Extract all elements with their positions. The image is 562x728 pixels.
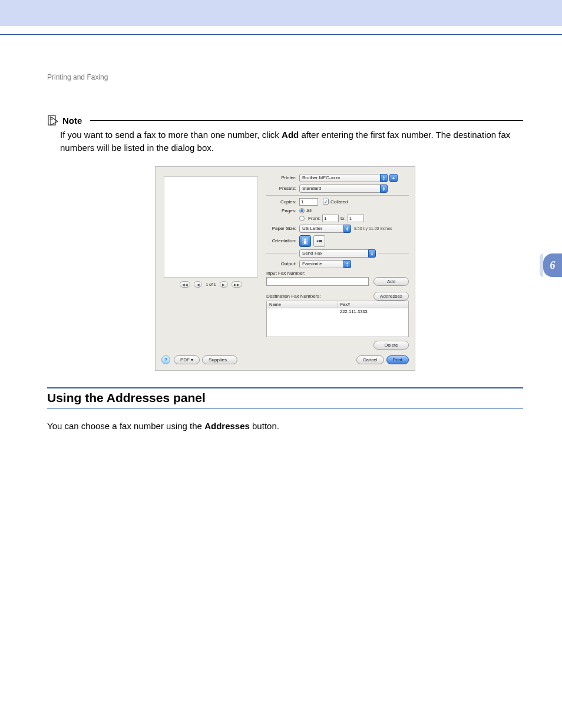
orientation-label: Orientation: — [266, 238, 299, 243]
svg-point-6 — [317, 240, 319, 242]
printer-label: Printer: — [266, 175, 299, 180]
svg-rect-0 — [48, 116, 55, 125]
pages-all-radio[interactable] — [299, 208, 305, 213]
section-heading: Using the Addresses panel — [47, 391, 523, 405]
papersize-select[interactable]: US Letter ▲▼ — [299, 225, 351, 233]
collated-label: Collated — [330, 199, 348, 205]
note-label: Note — [62, 116, 87, 126]
nav-first-button[interactable]: ◀◀ — [180, 281, 190, 288]
section-header: Printing and Faxing — [47, 73, 523, 81]
svg-rect-5 — [304, 241, 306, 244]
svg-point-4 — [305, 238, 306, 240]
top-banner — [0, 0, 562, 26]
panel-select[interactable]: Send Fax ▲▼ — [299, 249, 376, 258]
printer-select[interactable]: Brother MFC-xxxx ▲▼ — [299, 174, 388, 182]
pages-from-radio[interactable] — [299, 216, 305, 221]
input-fax-field[interactable] — [266, 277, 369, 286]
dest-col-fax: Fax# — [338, 301, 409, 308]
table-row: 222-111-3333 — [267, 308, 408, 315]
section-body: You can choose a fax number using the Ad… — [47, 420, 523, 433]
note-icon — [47, 114, 59, 126]
print-dialog: ◀◀ ◀ 1 of 1 ▶ ▶▶ Printer: Brother MFC-xx… — [155, 166, 415, 371]
nav-last-button[interactable]: ▶▶ — [232, 281, 242, 288]
section-rule-bottom — [47, 409, 523, 409]
pages-from-input[interactable]: 1 — [322, 215, 339, 222]
pages-label: Pages: — [266, 208, 299, 213]
note-body: If you want to send a fax to more than o… — [47, 129, 523, 154]
pdf-button[interactable]: PDF ▾ — [174, 355, 200, 364]
nav-prev-button[interactable]: ◀ — [194, 281, 202, 288]
section-rule-top — [47, 387, 523, 388]
pages-to-input[interactable]: 1 — [348, 215, 364, 222]
output-label: Output: — [266, 261, 299, 266]
pages-from-label: From: — [308, 216, 320, 221]
preview-nav: ◀◀ ◀ 1 of 1 ▶ ▶▶ — [180, 281, 242, 288]
dest-row-fax: 222-111-3333 — [338, 308, 408, 315]
papersize-dims: 8.50 by 11.00 inches — [354, 226, 392, 230]
help-button[interactable]: ? — [161, 355, 170, 364]
preview-area — [164, 176, 258, 278]
orientation-landscape-button[interactable] — [313, 235, 325, 247]
preview-counter: 1 of 1 — [206, 282, 216, 286]
printer-status-button[interactable]: ▲ — [389, 174, 398, 182]
note-rule — [90, 120, 523, 121]
pages-all-label: All — [306, 208, 312, 213]
copies-label: Copies: — [266, 199, 299, 205]
pages-to-label: to: — [340, 216, 346, 221]
copies-input[interactable]: 1 — [299, 198, 318, 206]
input-fax-label: Input Fax Number: — [266, 271, 409, 276]
presets-label: Presets: — [266, 186, 299, 191]
supplies-button[interactable]: Supplies... — [202, 355, 237, 364]
note-block: Note If you want to send a fax to more t… — [47, 114, 523, 154]
papersize-label: Paper Size: — [266, 226, 299, 231]
dest-table[interactable]: Name Fax# 222-111-3333 — [266, 301, 409, 337]
print-button[interactable]: Print — [386, 355, 409, 364]
addresses-button[interactable]: Addresses — [373, 292, 409, 301]
dest-col-name: Name — [267, 301, 338, 308]
cancel-button[interactable]: Cancel — [356, 355, 384, 364]
collated-checkbox[interactable]: ✓ — [323, 199, 329, 205]
presets-select[interactable]: Standard ▲▼ — [299, 185, 388, 193]
nav-next-button[interactable]: ▶ — [220, 281, 228, 288]
dest-label: Destination Fax Numbers: — [266, 294, 373, 299]
svg-rect-7 — [319, 240, 322, 242]
orientation-portrait-button[interactable] — [299, 235, 311, 247]
delete-button[interactable]: Delete — [373, 341, 409, 350]
output-select[interactable]: Facsimile ▲▼ — [299, 260, 351, 268]
add-button[interactable]: Add — [373, 277, 409, 286]
